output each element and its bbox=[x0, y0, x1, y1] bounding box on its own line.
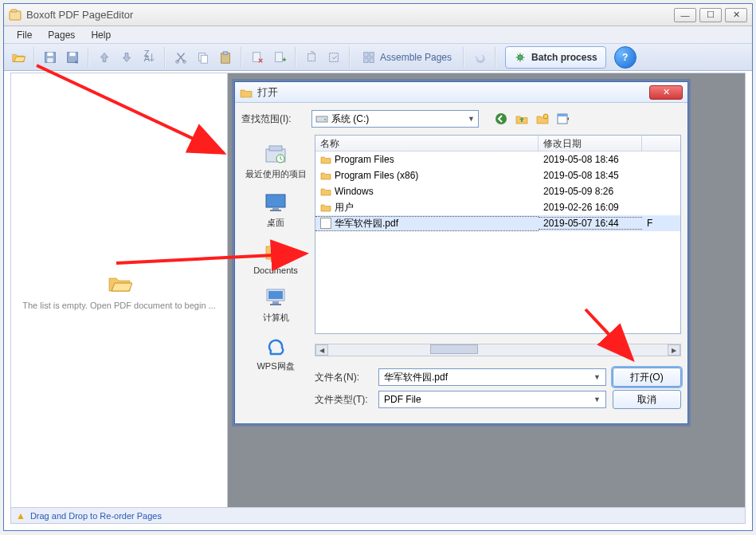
svg-rect-1 bbox=[11, 10, 17, 12]
nav-icons bbox=[493, 111, 571, 127]
close-button[interactable]: ✕ bbox=[725, 8, 747, 22]
separator bbox=[33, 47, 35, 68]
filetype-combo[interactable]: PDF File ▼ bbox=[378, 391, 606, 408]
svg-rect-38 bbox=[268, 291, 283, 299]
menu-pages[interactable]: Pages bbox=[40, 27, 83, 43]
place-wps[interactable]: WPS网盘 bbox=[245, 330, 307, 376]
dialog-close-button[interactable]: ✕ bbox=[649, 85, 683, 100]
separator bbox=[295, 47, 296, 68]
separator bbox=[241, 47, 242, 68]
paste-button[interactable] bbox=[214, 46, 237, 69]
separator bbox=[463, 47, 464, 68]
open-folder-icon bbox=[107, 270, 132, 296]
cancel-button[interactable]: 取消 bbox=[613, 390, 681, 409]
svg-rect-31 bbox=[269, 146, 282, 151]
svg-rect-12 bbox=[201, 55, 207, 63]
svg-rect-39 bbox=[272, 301, 279, 304]
delete-button[interactable] bbox=[246, 46, 268, 69]
place-desktop[interactable]: 桌面 bbox=[245, 187, 307, 232]
open-confirm-button[interactable]: 打开(O) bbox=[613, 368, 681, 387]
moveup-button[interactable] bbox=[93, 46, 116, 69]
lookin-value: 系统 (C:) bbox=[331, 112, 369, 126]
newfolder-button[interactable] bbox=[535, 111, 550, 127]
scroll-left-button[interactable]: ◀ bbox=[315, 344, 328, 356]
place-documents-label: Documents bbox=[253, 266, 298, 275]
sort-button[interactable]: ZA bbox=[138, 46, 160, 69]
file-name: 华军软件园.pdf bbox=[335, 217, 398, 230]
menu-file[interactable]: File bbox=[9, 27, 40, 43]
place-documents[interactable]: Documents bbox=[245, 235, 307, 278]
file-date: 2019-05-08 18:45 bbox=[539, 170, 642, 181]
svg-rect-14 bbox=[223, 51, 227, 54]
help-button[interactable]: ? bbox=[614, 46, 637, 69]
status-text: Drag and Drop to Re-order Pages bbox=[30, 511, 162, 521]
filename-label: 文件名(N): bbox=[315, 371, 372, 384]
batch-process-button[interactable]: Batch process bbox=[505, 46, 606, 69]
separator bbox=[88, 47, 89, 68]
movedown-button[interactable] bbox=[116, 46, 138, 69]
horizontal-scrollbar[interactable]: ◀ ▶ bbox=[315, 344, 681, 356]
file-row[interactable]: 用户2019-02-26 16:09 bbox=[315, 199, 680, 215]
svg-rect-21 bbox=[364, 57, 368, 61]
back-button[interactable] bbox=[493, 111, 509, 127]
app-icon bbox=[9, 9, 22, 22]
svg-rect-6 bbox=[69, 52, 75, 56]
crop-button[interactable] bbox=[323, 46, 345, 69]
svg-rect-36 bbox=[271, 245, 279, 251]
svg-rect-35 bbox=[270, 210, 281, 211]
file-tail: F bbox=[642, 218, 680, 229]
undo-button[interactable] bbox=[468, 46, 491, 69]
svg-point-27 bbox=[543, 114, 548, 119]
svg-rect-40 bbox=[270, 304, 281, 305]
assemble-icon bbox=[362, 50, 376, 65]
file-row[interactable]: 华军软件园.pdf2019-05-07 16:44F bbox=[315, 215, 680, 231]
toolbar: ZA Assemble Pages Batch process ? bbox=[4, 44, 752, 71]
place-recent[interactable]: 最近使用的项目 bbox=[245, 138, 307, 183]
file-row[interactable]: Program Files2019-05-08 18:46 bbox=[315, 151, 680, 167]
file-name: Program Files (x86) bbox=[335, 170, 418, 181]
svg-rect-15 bbox=[253, 52, 260, 61]
cut-button[interactable] bbox=[170, 46, 192, 69]
svg-rect-20 bbox=[370, 52, 374, 56]
svg-point-23 bbox=[518, 54, 523, 59]
open-button[interactable] bbox=[7, 46, 29, 69]
header-tail[interactable] bbox=[642, 136, 680, 151]
insert-button[interactable] bbox=[268, 46, 291, 69]
place-computer[interactable]: 计算机 bbox=[245, 281, 307, 327]
file-row[interactable]: Windows2019-05-09 8:26 bbox=[315, 183, 680, 199]
saveas-button[interactable] bbox=[61, 46, 84, 69]
scroll-right-button[interactable]: ▶ bbox=[668, 344, 680, 356]
maximize-button[interactable]: ☐ bbox=[699, 8, 722, 22]
save-button[interactable] bbox=[39, 46, 61, 69]
up-button[interactable] bbox=[514, 111, 530, 127]
statusbar: ▲ Drag and Drop to Re-order Pages bbox=[10, 508, 746, 524]
svg-rect-16 bbox=[276, 52, 283, 61]
file-name: Windows bbox=[335, 186, 374, 197]
dialog-title: 打开 bbox=[257, 85, 649, 100]
svg-rect-34 bbox=[272, 207, 279, 210]
warning-icon: ▲ bbox=[16, 510, 25, 521]
window-title: Boxoft PDF PageEditor bbox=[26, 9, 674, 21]
place-wps-label: WPS网盘 bbox=[257, 360, 294, 372]
header-date[interactable]: 修改日期 bbox=[539, 136, 642, 151]
file-date: 2019-02-26 16:09 bbox=[539, 202, 642, 213]
rotate-button[interactable] bbox=[300, 46, 323, 69]
viewmenu-button[interactable] bbox=[555, 111, 571, 127]
assemble-button[interactable]: Assemble Pages bbox=[354, 46, 459, 69]
empty-list-text: The list is empty. Open PDF document to … bbox=[22, 301, 216, 310]
minimize-button[interactable]: — bbox=[674, 8, 696, 22]
copy-button[interactable] bbox=[192, 46, 214, 69]
header-name[interactable]: 名称 bbox=[315, 136, 539, 151]
file-list-header: 名称 修改日期 bbox=[315, 136, 680, 151]
svg-rect-0 bbox=[10, 11, 21, 20]
svg-point-26 bbox=[496, 113, 507, 124]
file-row[interactable]: Program Files (x86)2019-05-08 18:45 bbox=[315, 167, 680, 183]
separator bbox=[164, 47, 166, 68]
filename-combo[interactable]: 华军软件园.pdf ▼ bbox=[378, 368, 606, 386]
file-name: 用户 bbox=[335, 201, 354, 214]
scroll-track[interactable] bbox=[328, 344, 668, 356]
lookin-combo[interactable]: 系统 (C:) ▼ bbox=[311, 110, 479, 128]
scroll-thumb[interactable] bbox=[430, 344, 478, 354]
menu-help[interactable]: Help bbox=[83, 27, 119, 43]
file-list[interactable]: 名称 修改日期 Program Files2019-05-08 18:46Pro… bbox=[315, 135, 681, 334]
